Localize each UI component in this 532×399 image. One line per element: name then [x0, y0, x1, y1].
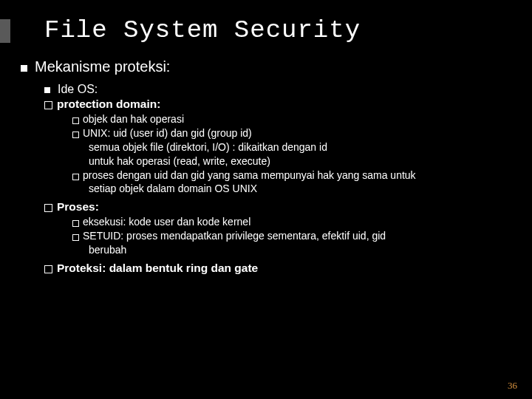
accent-bar	[0, 19, 10, 43]
proteksi-heading: Proteksi: dalam bentuk ring dan gate	[44, 262, 511, 275]
checkbox-icon	[72, 220, 79, 227]
pd-i3a-text: proses dengan uid dan gid yang sama memp…	[83, 169, 416, 181]
page-number: 36	[508, 380, 517, 392]
proses-label: Proses:	[57, 200, 99, 214]
square-bullet-icon	[21, 65, 27, 72]
checkbox-icon	[44, 265, 52, 273]
checkbox-icon	[72, 174, 79, 180]
checkbox-icon	[72, 117, 79, 124]
pd-i2b-text: semua objek file (direktori, I/O) : dika…	[72, 140, 511, 154]
proses-heading: Proses:	[44, 200, 511, 214]
checkbox-icon	[72, 234, 79, 241]
slide-title: File System Security	[0, 0, 532, 58]
slide-content: Mekanisme proteksi: Ide OS: protection d…	[0, 58, 532, 275]
lvl2-text: Ide OS:	[58, 83, 98, 96]
checkbox-icon	[72, 132, 79, 138]
pr-item-2: SETUID: proses mendapatkan privilege sem…	[72, 229, 511, 257]
proteksi-text: Proteksi: dalam bentuk ring dan gate	[57, 262, 258, 275]
pd-i2c-text: untuk hak operasi (read, write, execute)	[72, 154, 511, 168]
pr-i2b-text: berubah	[72, 243, 511, 257]
pd-i3b-text: setiap objek dalam domain OS UNIX	[72, 182, 511, 196]
bullet-lvl2: Ide OS:	[44, 81, 511, 96]
lvl1-text: Mekanisme proteksi:	[35, 58, 170, 75]
pd-item-3: proses dengan uid dan gid yang sama memp…	[72, 168, 511, 197]
bullet-lvl1: Mekanisme proteksi:	[21, 58, 511, 75]
pd-i2a-text: UNIX: uid (user id) dan gid (group id)	[83, 127, 252, 139]
pr-i2a-text: SETUID: proses mendapatkan privilege sem…	[83, 230, 386, 242]
pd-item-2: UNIX: uid (user id) dan gid (group id) s…	[72, 126, 511, 168]
pr-item-1: eksekusi: kode user dan kode kernel	[72, 215, 511, 229]
checkbox-icon	[44, 204, 52, 212]
pr-i1-text: eksekusi: kode user dan kode kernel	[83, 216, 250, 228]
pd-label: protection domain:	[57, 98, 160, 111]
pd-item-1: objek dan hak operasi	[72, 112, 511, 126]
square-bullet-icon	[44, 87, 50, 93]
protection-domain-heading: protection domain:	[44, 98, 511, 111]
pd-i1-text: objek dan hak operasi	[83, 113, 184, 125]
checkbox-icon	[44, 101, 52, 109]
